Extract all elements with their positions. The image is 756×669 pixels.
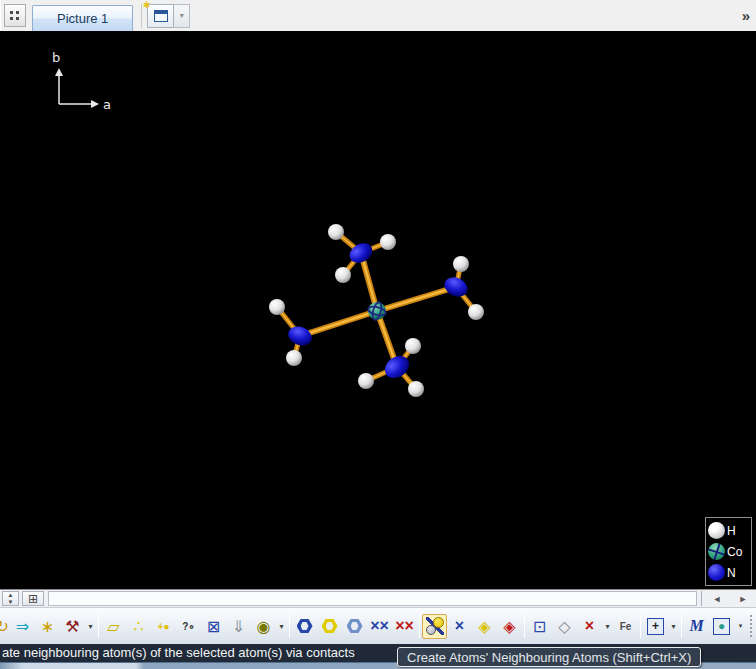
toolbar-options-icon: ▾ (739, 622, 743, 630)
build-tools-button[interactable]: ⚒ (60, 614, 85, 639)
bond-highlight (377, 287, 456, 311)
legend-item-Co: Co (708, 543, 749, 560)
build-tools-dropdown[interactable]: ▾ (85, 614, 96, 639)
tooltip: Create Atoms' Neighbouring Atoms (Shift+… (397, 647, 701, 667)
co-sphere-icon (706, 541, 727, 562)
b-axis-label: b (52, 50, 60, 65)
ask-atom-icon: ?∘ (182, 621, 194, 632)
atom-H[interactable] (358, 373, 374, 389)
atom-design-button[interactable]: ◉ (251, 614, 276, 639)
atom-H[interactable] (468, 304, 484, 320)
render-picture-button[interactable]: ● (709, 614, 734, 639)
sparkle-icon: ∗ (142, 0, 150, 10)
grow-red-button[interactable]: ◈ (497, 614, 522, 639)
ring-yellow-button[interactable] (317, 614, 342, 639)
spin-down-icon: ▼ (3, 599, 18, 606)
copy-picture-icon: ⇒ (16, 617, 29, 636)
vertical-spin-button[interactable]: ▲ ▼ (2, 591, 19, 606)
magic-wand-button[interactable]: ∗ (35, 614, 60, 639)
legend-item-H: H (708, 522, 749, 539)
grow-yellow-button[interactable]: ◈ (472, 614, 497, 639)
new-picture-button[interactable]: ∗ (147, 4, 174, 28)
fill-cell-button[interactable]: ⊠ (201, 614, 226, 639)
atom-design-dropdown[interactable]: ▾ (276, 614, 287, 639)
new-picture-dropdown[interactable]: ▾ (174, 4, 190, 28)
bond-atoms-icon (426, 617, 444, 635)
atom-Co[interactable] (367, 301, 386, 320)
toolbar-options-button[interactable]: ▾ (734, 614, 747, 639)
center-view-button[interactable]: + (643, 614, 668, 639)
destroy-red-button[interactable]: ×× (392, 614, 417, 639)
layout-button[interactable] (4, 4, 26, 27)
atom-H[interactable] (405, 338, 421, 354)
insert-atoms-button[interactable]: ⇓ (226, 614, 251, 639)
ask-atom-button[interactable]: ?∘ (176, 614, 201, 639)
tab-bar: Picture 1 ∗ ▾ » (0, 0, 756, 31)
grow-yellow-icon: ◈ (478, 617, 490, 636)
scroll-right-button[interactable]: ► (731, 591, 755, 606)
destroy-polyhedra-button[interactable]: × (577, 614, 602, 639)
structure-canvas[interactable]: ba HCoN (0, 31, 756, 589)
a-axis-label: a (103, 97, 111, 112)
ring-blue-button[interactable] (292, 614, 317, 639)
toolbar-separator (289, 614, 290, 638)
atom-H[interactable] (335, 267, 351, 283)
copy-picture-button[interactable]: ⇒ (10, 614, 35, 639)
hexagon-icon (297, 619, 313, 633)
grid-dots-icon (10, 11, 20, 21)
atom-H[interactable] (380, 234, 396, 250)
horizontal-scrollbar-track[interactable] (48, 591, 697, 606)
legend-label: Co (727, 545, 742, 559)
update-picture-button[interactable]: ↻ (0, 614, 10, 639)
ring-stack-button[interactable] (342, 614, 367, 639)
molecule-view[interactable]: ba (0, 31, 756, 589)
tab-picture-1[interactable]: Picture 1 (32, 5, 133, 31)
cell-edges-button[interactable]: ⊡ (527, 614, 552, 639)
complete-fragments-icon: × (455, 617, 464, 635)
build-tools-icon: ⚒ (65, 617, 79, 636)
application-window: Picture 1 ∗ ▾ » (0, 0, 756, 669)
main-toolbar: ↻⇒∗⚒▾▱∴+●?∘⊠⇓◉▾×××××◈◈⊡◇×▾Fe+▾M●▾◤⊕↻ (0, 607, 756, 644)
destroy-polyhedra-dropdown[interactable]: ▾ (602, 614, 613, 639)
eraser-button[interactable]: ▱ (101, 614, 126, 639)
legend-item-N: N (708, 564, 749, 581)
tab-overflow-button[interactable]: » (742, 7, 748, 24)
element-fe-button[interactable]: Fe (613, 614, 638, 639)
atom-H[interactable] (453, 256, 469, 272)
center-view-dropdown[interactable]: ▾ (668, 614, 679, 639)
tooltip-text: Create Atoms' Neighbouring Atoms (Shift+… (407, 650, 691, 665)
status-bar: ate neighbouring atom(s) of the selected… (0, 644, 756, 669)
add-atom-button[interactable]: +● (151, 614, 176, 639)
create-neighbouring-atoms-button[interactable] (422, 614, 447, 639)
insert-atoms-icon: ⇓ (232, 617, 245, 636)
tab-label: Picture 1 (57, 11, 108, 26)
legend-label: H (727, 524, 736, 538)
toolbar-grip[interactable] (750, 615, 753, 637)
atom-H[interactable] (286, 350, 302, 366)
toolbar-separator (681, 614, 682, 638)
atom-H[interactable] (269, 299, 285, 315)
toolbar-separator (640, 614, 641, 638)
scroll-left-button[interactable]: ◄ (705, 591, 729, 606)
new-window-icon (154, 10, 168, 22)
axes: ba (52, 50, 111, 112)
legend-label: N (727, 566, 736, 580)
destroy-red-icon: ×× (395, 617, 414, 635)
bond-highlight (300, 311, 377, 336)
data-sheet-button[interactable]: ⊞ (22, 591, 44, 606)
destroy-blue-button[interactable]: ×× (367, 614, 392, 639)
grid-icon: ⊞ (28, 592, 38, 606)
update-picture-icon: ↻ (0, 617, 9, 636)
polyhedra-button[interactable]: ◇ (552, 614, 577, 639)
add-all-atoms-button[interactable]: ∴ (126, 614, 151, 639)
atom-H[interactable] (408, 381, 424, 397)
measure-m-button[interactable]: M (684, 614, 709, 639)
complete-fragments-button[interactable]: × (447, 614, 472, 639)
n-sphere-icon (708, 564, 725, 581)
atom-H[interactable] (328, 224, 344, 240)
element-fe-icon: Fe (620, 621, 632, 632)
eraser-icon: ▱ (107, 617, 119, 636)
magic-wand-icon: ∗ (41, 617, 54, 636)
center-view-icon: + (647, 618, 664, 635)
arrow-right-icon: ► (739, 594, 748, 604)
